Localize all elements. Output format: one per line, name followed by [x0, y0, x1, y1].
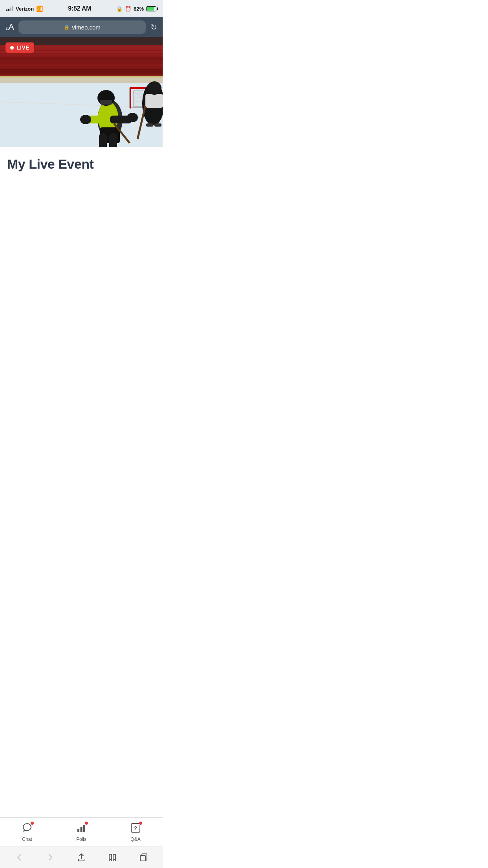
battery-icon	[146, 6, 156, 11]
lock-status-icon: 🔒	[116, 6, 123, 12]
battery-container	[146, 6, 156, 11]
time-display: 9:52 AM	[68, 5, 91, 12]
wifi-icon: 📶	[36, 6, 43, 12]
svg-rect-37	[99, 133, 107, 147]
svg-point-41	[147, 81, 161, 95]
carrier-label: Verizon	[16, 6, 34, 12]
battery-percent: 82%	[134, 6, 144, 12]
reload-button[interactable]: ↻	[150, 22, 157, 32]
url-field[interactable]: 🔒 vimeo.com	[18, 20, 146, 34]
live-label: LIVE	[17, 44, 29, 51]
svg-rect-5	[0, 68, 163, 74]
signal-bar-3	[10, 7, 11, 11]
live-dot	[10, 46, 14, 50]
status-right: 🔒 ⏰ 82%	[116, 6, 156, 12]
svg-rect-31	[100, 100, 112, 105]
secure-lock-icon: 🔒	[64, 24, 70, 30]
video-scene	[0, 37, 163, 147]
battery-fill	[147, 7, 154, 11]
svg-rect-11	[0, 76, 163, 77]
svg-rect-38	[109, 133, 117, 147]
video-player[interactable]: LIVE	[0, 37, 163, 147]
url-bar: aA 🔒 vimeo.com ↻	[0, 17, 163, 37]
signal-bar-1	[6, 9, 7, 11]
alarm-icon: ⏰	[125, 6, 131, 12]
svg-rect-24	[130, 87, 131, 108]
status-bar: Verizon 📶 9:52 AM 🔒 ⏰ 82%	[0, 0, 163, 17]
signal-bars	[6, 6, 13, 11]
svg-rect-40	[145, 94, 163, 108]
signal-bar-2	[8, 9, 9, 11]
svg-rect-43	[146, 123, 153, 127]
svg-point-35	[80, 115, 91, 124]
svg-rect-44	[154, 123, 161, 127]
status-left: Verizon 📶	[6, 6, 43, 12]
svg-point-36	[127, 113, 138, 122]
event-title: My Live Event	[7, 156, 156, 172]
live-badge: LIVE	[6, 42, 34, 53]
url-text: vimeo.com	[72, 24, 101, 31]
main-content: My Live Event	[0, 147, 163, 244]
svg-rect-4	[0, 57, 163, 64]
signal-bar-4	[12, 6, 13, 11]
text-size-control[interactable]: aA	[6, 22, 14, 32]
